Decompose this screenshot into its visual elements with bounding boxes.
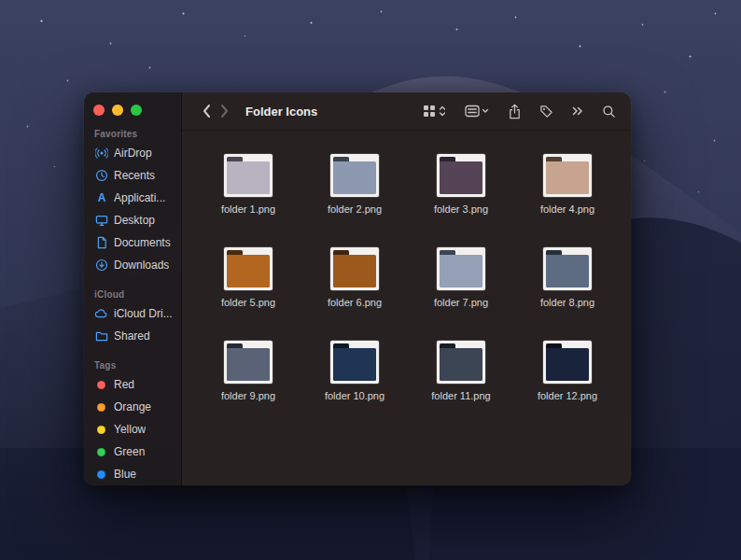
sidebar-item-documents[interactable]: Documents [84,231,181,254]
file-name: folder 1.png [221,203,275,215]
sidebar-section-title: iCloud [94,289,181,300]
close-button[interactable] [93,105,105,116]
svg-text:A: A [97,191,105,204]
file-name: folder 7.png [434,297,488,308]
more-icon[interactable] [571,105,584,118]
sidebar-item-airdrop[interactable]: AirDrop [84,142,181,164]
sidebar-item-label: Desktop [114,214,155,227]
file-item[interactable]: folder 9.png [195,341,301,406]
desktop-icon [94,214,108,228]
file-item[interactable]: folder 7.png [408,247,514,313]
sidebar-section-title: Tags [94,360,181,371]
folder-body [440,348,482,381]
folder-thumbnail [543,154,592,197]
file-name: folder 2.png [328,203,382,215]
folder-body [546,161,589,194]
toolbar-icons [423,104,616,119]
folder-thumbnail [330,247,379,290]
tag-icon[interactable] [539,105,553,119]
sidebar: FavoritesAirDropRecentsAApplicati...Desk… [84,92,182,485]
folder-body [333,161,376,194]
file-name: folder 6.png [328,297,382,308]
desktop: FavoritesAirDropRecentsAApplicati...Desk… [0,0,741,560]
tag-dot [94,468,108,482]
view-picker-icon[interactable] [423,104,447,119]
folder-thumbnail [437,341,485,384]
sidebar-item-label: Shared [114,329,150,343]
file-name: folder 11.png [431,390,490,401]
file-item[interactable]: folder 2.png [301,154,408,219]
sidebar-item-red[interactable]: Red [84,373,181,396]
sidebar-item-icloud-dri[interactable]: iCloud Dri... [84,302,181,325]
folder-thumbnail [437,247,485,290]
tag-dot [94,423,108,437]
file-item[interactable]: folder 5.png [195,247,301,313]
file-item[interactable]: folder 12.png [514,341,621,406]
group-icon[interactable] [465,104,490,119]
sidebar-item-label: Recents [114,169,155,182]
forward-button[interactable] [216,99,234,123]
sidebar-item-recents[interactable]: Recents [84,164,181,187]
sidebar-item-label: iCloud Dri... [114,307,173,320]
sidebar-item-label: Red [114,378,134,391]
window-title: Folder Icons [245,105,317,119]
sidebar-sections: FavoritesAirDropRecentsAApplicati...Desk… [84,129,181,485]
folder-body [546,348,589,381]
file-grid: folder 1.pngfolder 2.pngfolder 3.pngfold… [182,131,631,485]
folder-thumbnail [224,154,273,197]
folder-thumbnail [330,154,379,197]
file-name: folder 10.png [325,390,384,401]
folder-thumbnail [224,247,273,290]
minimize-button[interactable] [112,105,123,116]
file-item[interactable]: folder 4.png [514,154,621,219]
applications-icon: A [94,191,108,205]
zoom-button[interactable] [131,105,142,116]
folder-body [440,161,482,194]
window-main: Folder Icons folder 1.pngfolder 2.pngfol… [182,92,631,485]
file-item[interactable]: folder 1.png [195,154,301,219]
folder-body [333,255,376,287]
toolbar: Folder Icons [182,92,631,131]
sidebar-item-applicati[interactable]: AApplicati... [84,187,181,209]
file-name: folder 8.png [540,297,594,308]
folder-body [227,348,270,381]
stars [0,0,1,1]
tag-dot [94,400,108,414]
sidebar-item-shared[interactable]: Shared [84,325,181,347]
folder-body [227,161,270,194]
sidebar-item-label: Green [114,445,145,458]
folder-body [440,255,482,287]
icloud-drive-icon [94,307,108,321]
folder-thumbnail [437,154,485,197]
sidebar-item-label: Orange [114,400,151,413]
file-item[interactable]: folder 11.png [408,341,514,406]
recents-icon [94,169,108,183]
file-name: folder 9.png [221,390,275,401]
folder-body [227,255,270,287]
sidebar-item-orange[interactable]: Orange [84,396,181,418]
file-item[interactable]: folder 6.png [301,247,408,313]
file-item[interactable]: folder 8.png [514,247,621,313]
search-icon[interactable] [602,105,616,119]
share-icon[interactable] [508,104,522,119]
sidebar-item-green[interactable]: Green [84,441,181,463]
file-item[interactable]: folder 10.png [301,341,408,406]
file-item[interactable]: folder 3.png [408,154,514,219]
shared-folder-icon [94,329,108,343]
sidebar-item-label: Applicati... [114,191,165,204]
traffic-lights [84,105,181,116]
sidebar-item-label: Yellow [114,423,146,436]
downloads-icon [94,259,108,273]
folder-thumbnail [330,341,379,384]
finder-window: FavoritesAirDropRecentsAApplicati...Desk… [84,92,631,485]
file-name: folder 5.png [221,297,275,308]
file-name: folder 3.png [434,203,488,215]
folder-thumbnail [543,247,592,290]
folder-body [546,255,589,287]
back-button[interactable] [197,99,216,123]
sidebar-item-label: Downloads [114,259,169,272]
sidebar-item-desktop[interactable]: Desktop [84,209,181,231]
sidebar-item-blue[interactable]: Blue [84,463,181,485]
sidebar-item-yellow[interactable]: Yellow [84,418,181,441]
sidebar-item-downloads[interactable]: Downloads [84,254,181,276]
